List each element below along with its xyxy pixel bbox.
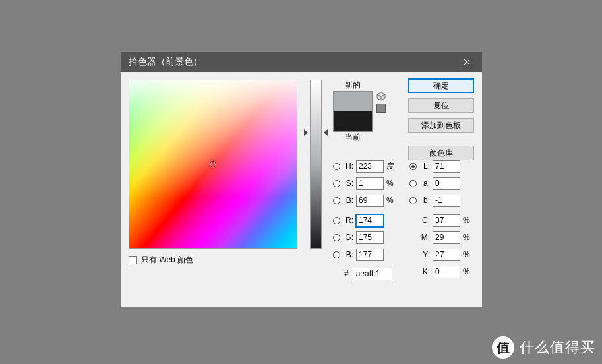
swatch-current[interactable] [334, 111, 372, 131]
watermark-badge-icon: 值 [492, 336, 514, 359]
hex-prefix: # [344, 269, 349, 278]
dialog-body: 只有 Web 颜色 新的 当前 [121, 72, 482, 307]
radio-l[interactable] [409, 163, 417, 170]
input-g[interactable] [356, 231, 384, 244]
gamut-icons [376, 92, 386, 113]
watermark: 值 什么值得买 [492, 336, 595, 359]
button-column: 确定 复位 添加到色板 颜色库 [408, 78, 474, 160]
swatch-pair [333, 91, 373, 132]
input-h[interactable] [356, 160, 384, 173]
current-label: 当前 [345, 132, 361, 143]
unit-y: % [463, 250, 472, 259]
radio-b-lab[interactable] [409, 197, 417, 204]
left-column: 只有 Web 颜色 [129, 80, 299, 299]
swatch-new[interactable] [334, 92, 372, 111]
label-g: G: [343, 233, 353, 242]
websafe-swatch-icon[interactable] [376, 104, 386, 113]
radio-b-hsb[interactable] [333, 197, 340, 204]
web-only-row: 只有 Web 颜色 [129, 255, 299, 266]
unit-k: % [463, 267, 472, 276]
label-m: M: [419, 233, 430, 242]
input-b-hsb[interactable] [356, 195, 384, 207]
radio-h[interactable] [333, 163, 340, 170]
input-c[interactable] [433, 214, 460, 227]
input-y[interactable] [433, 249, 460, 261]
close-button[interactable] [457, 52, 477, 72]
right-column: 新的 当前 确定 复位 添加到色板 颜色库 [333, 80, 474, 299]
close-icon [463, 58, 471, 66]
label-c: C: [419, 216, 430, 225]
radio-a[interactable] [409, 180, 417, 187]
hue-column [305, 80, 326, 299]
label-h: H: [343, 162, 353, 171]
ok-button[interactable]: 确定 [408, 78, 474, 93]
hue-arrow-right-icon[interactable] [324, 129, 328, 136]
titlebar[interactable]: 拾色器（前景色） [121, 52, 482, 72]
input-l[interactable] [433, 160, 460, 173]
unit-c: % [463, 216, 472, 225]
color-field[interactable] [129, 80, 297, 249]
label-b-rgb: B: [343, 250, 353, 259]
hue-slider[interactable] [310, 80, 322, 249]
radio-g[interactable] [333, 234, 340, 241]
watermark-text: 什么值得买 [520, 338, 595, 357]
input-b-rgb[interactable] [356, 249, 384, 261]
color-picker-dialog: 拾色器（前景色） 只有 Web 颜色 新的 [121, 52, 482, 307]
new-label: 新的 [345, 80, 361, 91]
unit-s: % [386, 179, 396, 188]
input-hex[interactable] [353, 268, 392, 280]
radio-s[interactable] [333, 180, 340, 187]
radio-b-rgb[interactable] [333, 251, 340, 258]
label-b-hsb: B: [343, 196, 353, 205]
input-r[interactable] [356, 214, 384, 227]
add-swatch-button[interactable]: 添加到色板 [408, 118, 474, 133]
label-y: Y: [419, 250, 430, 259]
label-k: K: [419, 267, 430, 276]
numeric-fields: H: 度 L: S: % [333, 158, 474, 280]
input-b-lab[interactable] [433, 195, 460, 207]
reset-button[interactable]: 复位 [408, 98, 474, 113]
label-a: a: [419, 179, 430, 188]
unit-b-hsb: % [386, 196, 396, 205]
input-a[interactable] [433, 177, 460, 190]
web-only-label: 只有 Web 颜色 [141, 255, 193, 266]
input-k[interactable] [433, 266, 460, 278]
unit-m: % [463, 233, 472, 242]
input-m[interactable] [433, 231, 460, 244]
unit-h: 度 [386, 161, 396, 172]
label-l: L: [419, 162, 430, 171]
web-only-checkbox[interactable] [129, 256, 137, 264]
label-r: R: [343, 216, 353, 225]
picker-cursor-icon[interactable] [210, 161, 216, 167]
label-s: S: [343, 179, 353, 188]
hue-arrow-left-icon[interactable] [304, 129, 308, 136]
input-s[interactable] [356, 177, 384, 190]
radio-r[interactable] [333, 217, 340, 224]
dialog-title: 拾色器（前景色） [129, 56, 202, 68]
label-b-lab: b: [419, 196, 430, 205]
gamut-warning-icon[interactable] [376, 92, 386, 101]
